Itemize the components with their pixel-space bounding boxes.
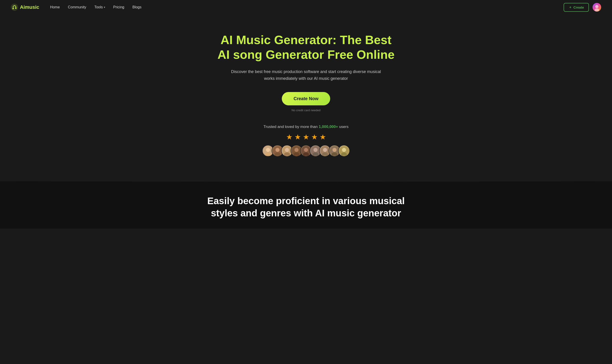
hero-title: AI Music Generator: The Best AI song Gen… — [215, 33, 397, 62]
star-3: ★ — [303, 133, 309, 141]
svg-point-31 — [342, 148, 346, 152]
nav-pricing[interactable]: Pricing — [113, 5, 124, 9]
nav-right: ＋ Create — [564, 3, 601, 12]
logo-icon — [11, 4, 18, 11]
trust-count: 1,000,000+ — [319, 125, 338, 129]
svg-point-4 — [595, 5, 599, 8]
nav-links: Home Community Tools ▾ Pricing Blogs — [50, 5, 564, 9]
user-avatar-9 — [338, 145, 350, 157]
logo-link[interactable]: Aimusic — [11, 4, 39, 11]
svg-point-0 — [11, 4, 18, 11]
trust-text: Trusted and loved by more than 1,000,000… — [263, 125, 349, 129]
hero-subtitle: Discover the best free music production … — [229, 68, 383, 82]
navbar: Aimusic Home Community Tools ▾ Pricing B… — [0, 0, 612, 14]
stars-row: ★ ★ ★ ★ ★ — [286, 133, 326, 141]
bottom-section: Easily become proficient in various musi… — [0, 181, 612, 229]
svg-point-19 — [304, 148, 308, 152]
no-credit-text: No credit card needed — [291, 108, 321, 112]
nav-tools[interactable]: Tools ▾ — [94, 5, 105, 9]
nav-create-button[interactable]: ＋ Create — [564, 3, 589, 12]
svg-point-16 — [294, 148, 299, 152]
create-now-button[interactable]: Create Now — [282, 92, 330, 105]
svg-point-25 — [323, 148, 327, 152]
svg-point-28 — [332, 148, 337, 152]
avatar[interactable] — [593, 3, 601, 12]
plus-icon: ＋ — [569, 5, 572, 10]
star-1: ★ — [286, 133, 293, 141]
svg-point-10 — [275, 148, 280, 152]
star-5: ★ — [320, 133, 326, 141]
avatar-image — [593, 3, 601, 12]
nav-blogs[interactable]: Blogs — [132, 5, 141, 9]
user-avatars-row — [262, 145, 350, 157]
star-2: ★ — [294, 133, 301, 141]
svg-point-7 — [266, 148, 270, 152]
svg-point-22 — [313, 148, 318, 152]
bottom-title: Easily become proficient in various musi… — [204, 195, 408, 220]
hero-section: AI Music Generator: The Best AI song Gen… — [204, 14, 408, 181]
trust-section: Trusted and loved by more than 1,000,000… — [262, 125, 350, 157]
svg-point-1 — [13, 8, 14, 9]
nav-community[interactable]: Community — [68, 5, 86, 9]
star-4: ★ — [311, 133, 318, 141]
svg-point-13 — [285, 148, 289, 152]
tools-chevron-down-icon: ▾ — [104, 6, 105, 9]
logo-text: Aimusic — [20, 4, 39, 10]
svg-point-2 — [15, 7, 16, 9]
nav-home[interactable]: Home — [50, 5, 60, 9]
